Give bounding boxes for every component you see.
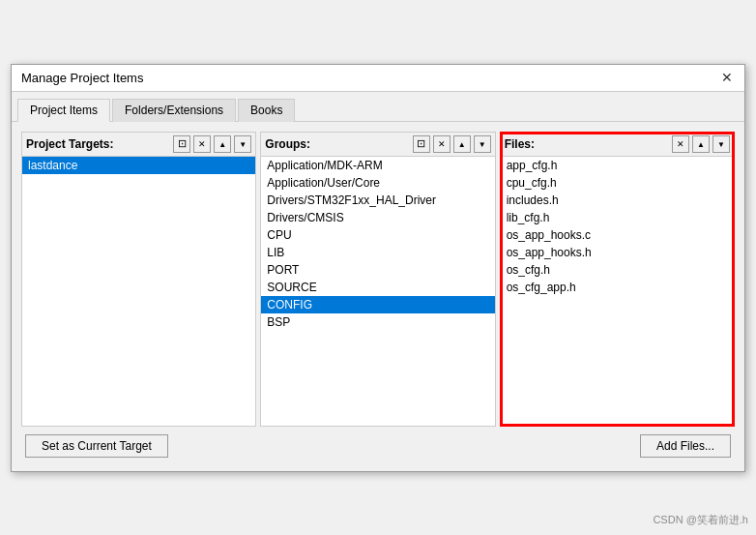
list-item[interactable]: SOURCE [261, 279, 494, 296]
list-item[interactable]: CPU [261, 226, 494, 244]
list-item[interactable]: Application/MDK-ARM [261, 157, 494, 174]
targets-delete-button[interactable] [193, 135, 211, 153]
targets-listbox[interactable]: lastdance [21, 156, 256, 427]
new-icon: ⊡ [178, 137, 187, 150]
add-files-button[interactable]: Add Files... [640, 434, 731, 458]
tab-project-items[interactable]: Project Items [17, 99, 110, 122]
list-item[interactable]: os_cfg.h [501, 261, 734, 279]
title-bar: Manage Project Items ✕ [12, 65, 744, 92]
list-item[interactable]: os_cfg_app.h [501, 279, 734, 296]
tab-books[interactable]: Books [238, 99, 295, 122]
groups-listbox[interactable]: Application/MDK-ARMApplication/User/Core… [260, 156, 495, 427]
close-button[interactable]: ✕ [719, 71, 735, 84]
down-icon [717, 138, 725, 149]
delete-icon [677, 138, 684, 149]
groups-delete-button[interactable] [433, 135, 451, 153]
up-icon [697, 138, 705, 149]
footer: Set as Current Target Add Files... [21, 427, 735, 461]
list-item[interactable]: includes.h [501, 192, 734, 209]
targets-header: Project Targets: ⊡ [21, 132, 256, 156]
list-item[interactable]: os_app_hooks.c [501, 226, 734, 244]
targets-new-button[interactable]: ⊡ [173, 135, 190, 153]
list-item[interactable]: Drivers/STM32F1xx_HAL_Driver [261, 192, 494, 209]
list-item[interactable]: BSP [261, 313, 494, 331]
files-delete-button[interactable] [672, 135, 689, 153]
groups-header: Groups: ⊡ [260, 132, 495, 156]
delete-icon [198, 138, 206, 149]
list-item[interactable]: Application/User/Core [261, 174, 494, 192]
new-icon: ⊡ [417, 137, 425, 150]
manage-project-items-dialog: Manage Project Items ✕ Project Items Fol… [11, 64, 745, 472]
list-item[interactable]: app_cfg.h [501, 157, 734, 174]
up-icon [218, 138, 226, 149]
down-icon [239, 138, 247, 149]
set-current-target-button[interactable]: Set as Current Target [25, 434, 168, 458]
list-item[interactable]: cpu_cfg.h [501, 174, 734, 192]
dialog-title: Manage Project Items [21, 71, 143, 85]
watermark: CSDN @笑着前进.h [653, 513, 748, 527]
columns-container: Project Targets: ⊡ lastdance [21, 132, 735, 427]
list-item[interactable]: CONFIG [261, 296, 494, 313]
groups-column: Groups: ⊡ Application/MDK-ARMApplication… [260, 132, 495, 427]
files-label: Files: [505, 137, 669, 151]
files-up-button[interactable] [692, 135, 710, 153]
list-item[interactable]: Drivers/CMSIS [261, 209, 494, 226]
content-area: Project Targets: ⊡ lastdance [12, 122, 744, 471]
files-header: Files: [500, 132, 735, 156]
list-item[interactable]: PORT [261, 261, 494, 279]
delete-icon [438, 138, 446, 149]
groups-up-button[interactable] [453, 135, 471, 153]
targets-up-button[interactable] [214, 135, 231, 153]
files-down-button[interactable] [712, 135, 730, 153]
list-item[interactable]: lastdance [22, 157, 255, 174]
up-icon [458, 138, 466, 149]
files-column: Files: app_cfg.hcpu_cfg.hincludes.hlib_c… [500, 132, 735, 427]
tab-folders-extensions[interactable]: Folders/Extensions [112, 99, 236, 122]
list-item[interactable]: LIB [261, 244, 494, 261]
targets-column: Project Targets: ⊡ lastdance [21, 132, 256, 427]
list-item[interactable]: lib_cfg.h [501, 209, 734, 226]
groups-label: Groups: [265, 137, 409, 151]
tabs-container: Project Items Folders/Extensions Books [12, 92, 744, 122]
targets-label: Project Targets: [26, 137, 170, 151]
groups-down-button[interactable] [474, 135, 491, 153]
targets-down-button[interactable] [234, 135, 251, 153]
list-item[interactable]: os_app_hooks.h [501, 244, 734, 261]
groups-new-button[interactable]: ⊡ [413, 135, 430, 153]
down-icon [479, 138, 486, 149]
files-listbox[interactable]: app_cfg.hcpu_cfg.hincludes.hlib_cfg.hos_… [500, 156, 735, 427]
